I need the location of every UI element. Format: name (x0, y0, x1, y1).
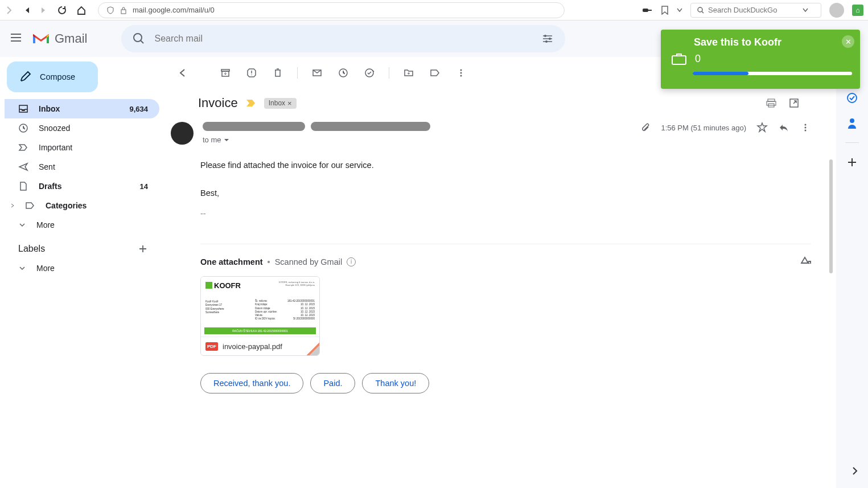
label-icon (25, 200, 35, 211)
popout-icon[interactable] (788, 97, 800, 109)
labels-more[interactable]: More (5, 259, 159, 278)
plus-icon[interactable] (138, 244, 148, 254)
sidebar-item-sent[interactable]: Sent (5, 157, 159, 177)
svg-point-26 (850, 118, 854, 123)
svg-rect-0 (121, 10, 126, 14)
info-icon[interactable]: i (347, 257, 356, 266)
svg-point-5 (544, 35, 546, 37)
browser-search-input[interactable] (708, 6, 799, 14)
sidebar-item-categories[interactable]: Categories (5, 196, 159, 215)
close-icon[interactable]: × (287, 99, 292, 108)
email-header: Invoice Inbox × (159, 89, 834, 117)
sidebar-item-more[interactable]: More (5, 215, 159, 235)
print-icon[interactable] (766, 97, 777, 109)
smart-reply-1[interactable]: Received, thank you. (200, 373, 303, 393)
save-drive-icon[interactable] (799, 256, 811, 268)
sidebar-item-snoozed[interactable]: Snoozed (5, 118, 159, 138)
sidebar-item-important[interactable]: Important (5, 138, 159, 157)
koofr-popup: ✕ Save this to Koofr 0 (661, 30, 860, 89)
home-icon[interactable] (76, 5, 87, 15)
address-bar[interactable]: mail.google.com/mail/u/0 (98, 2, 565, 18)
sender-avatar[interactable] (171, 122, 194, 145)
move-button[interactable] (397, 61, 420, 84)
archive-button[interactable] (214, 61, 237, 84)
skip-back-icon[interactable] (23, 6, 31, 14)
star-icon[interactable] (756, 122, 768, 133)
svg-point-25 (805, 130, 807, 132)
skip-fwd-icon[interactable] (40, 6, 48, 14)
more-button[interactable] (450, 61, 472, 84)
email-subject: Invoice (198, 96, 238, 110)
inbox-chip[interactable]: Inbox × (264, 98, 297, 109)
label-button[interactable] (423, 61, 446, 84)
snooze-button[interactable] (332, 61, 355, 84)
more-icon[interactable] (800, 122, 811, 133)
koofr-count: 0 (695, 53, 701, 65)
svg-point-16 (460, 72, 462, 74)
caret-icon (10, 202, 15, 210)
svg-rect-2 (648, 10, 652, 11)
profile-avatar[interactable] (829, 3, 844, 18)
compose-button[interactable]: Compose (7, 61, 98, 92)
tune-icon[interactable] (541, 32, 554, 45)
scrollbar[interactable] (829, 159, 833, 273)
important-icon (18, 142, 28, 153)
side-panel (836, 57, 868, 411)
smart-reply-3[interactable]: Thank you! (362, 373, 429, 393)
main-panel: 1 of 16,538 Invoice Inbox × (159, 57, 834, 411)
attachment-card[interactable]: KOOFR KOOFR, reckoning & narrow, d.o.o.E… (200, 276, 320, 356)
keep-icon[interactable] (846, 92, 858, 104)
browser-toolbar: mail.google.com/mail/u/0 ⌂ (0, 0, 868, 20)
extension-icon[interactable]: ⌂ (852, 5, 863, 16)
recipient-line[interactable]: to me (203, 136, 631, 144)
chevron-down-icon[interactable] (803, 8, 808, 13)
contacts-icon[interactable] (846, 117, 858, 129)
task-button[interactable] (358, 61, 381, 84)
unread-button[interactable] (306, 61, 328, 84)
spam-button[interactable] (240, 61, 263, 84)
svg-point-17 (460, 75, 462, 77)
attachments-section: One attachment • Scanned by Gmail i KOOF… (200, 244, 811, 356)
sidebar-item-inbox[interactable]: Inbox 9,634 (5, 99, 159, 118)
smart-reply-2[interactable]: Paid. (310, 373, 355, 393)
svg-rect-27 (672, 56, 686, 64)
reply-icon[interactable] (778, 122, 789, 133)
attachment-icon (640, 122, 651, 133)
sent-icon (18, 162, 28, 172)
chevron-down-icon (18, 264, 26, 272)
search-mail-bar[interactable] (121, 25, 565, 52)
close-button[interactable]: ✕ (842, 35, 854, 48)
chevron-down-icon (224, 138, 229, 142)
important-marker-icon[interactable] (246, 99, 256, 107)
reload-icon[interactable] (57, 5, 67, 15)
gmail-logo[interactable]: Gmail (32, 31, 87, 46)
sidebar-item-drafts[interactable]: Drafts 14 (5, 177, 159, 196)
attachment-preview: KOOFR KOOFR, reckoning & narrow, d.o.o.E… (201, 277, 319, 337)
forward-icon[interactable] (5, 6, 14, 15)
inbox-icon (18, 104, 28, 114)
key-icon[interactable] (643, 7, 653, 14)
browser-search[interactable] (690, 3, 821, 18)
search-icon (697, 6, 705, 14)
chevron-down-icon[interactable] (677, 8, 682, 13)
email-body: Please find attached the invoice for our… (159, 149, 834, 230)
svg-point-7 (545, 40, 548, 43)
clock-icon (18, 123, 28, 133)
message: to me 1:56 PM (51 minutes ago) (159, 117, 834, 149)
labels-header: Labels (5, 235, 159, 259)
search-mail-input[interactable] (154, 34, 532, 44)
fold-corner (306, 343, 319, 356)
bookmark-icon[interactable] (661, 6, 669, 15)
progress-bar (693, 72, 852, 75)
search-icon (133, 32, 145, 45)
svg-point-6 (549, 38, 551, 40)
url-text: mail.google.com/mail/u/0 (133, 6, 215, 14)
sidebar: Compose Inbox 9,634 Snoozed Important Se… (0, 57, 159, 411)
menu-icon[interactable] (9, 31, 23, 47)
smart-replies: Received, thank you. Paid. Thank you! (159, 356, 834, 411)
delete-button[interactable] (266, 61, 289, 84)
add-icon[interactable] (846, 157, 858, 168)
gmail-icon (32, 32, 50, 46)
back-button[interactable] (171, 61, 194, 84)
lock-icon (120, 6, 127, 14)
